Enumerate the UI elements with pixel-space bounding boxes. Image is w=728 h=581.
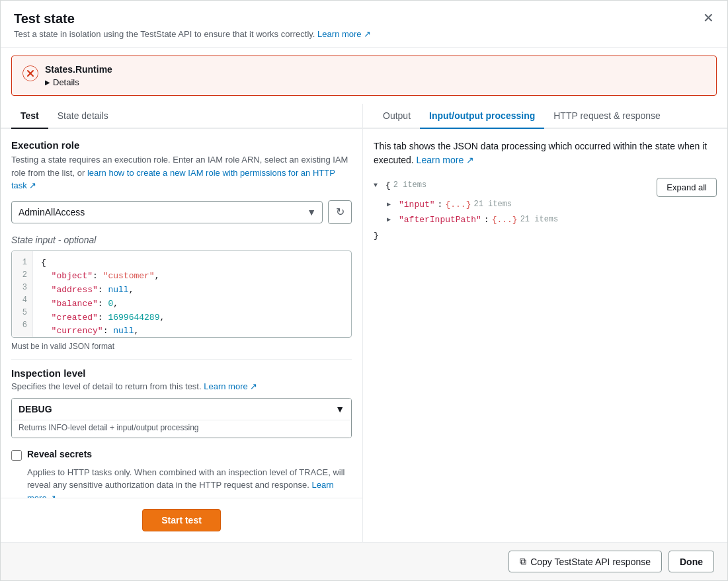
- tab-output[interactable]: Output: [374, 104, 420, 129]
- details-arrow-icon: ▶: [45, 79, 50, 86]
- error-title: States.Runtime: [45, 64, 112, 75]
- test-state-modal: Test state Test a state in isolation usi…: [0, 0, 728, 581]
- right-tabs: Output Input/output processing HTTP requ…: [363, 104, 727, 129]
- external-link-icon-5: ↗: [466, 155, 474, 165]
- code-line-3: "address": null,: [41, 284, 343, 297]
- right-panel-content: This tab shows the JSON data processing …: [363, 129, 727, 542]
- code-content: { "object": "customer", "address": null,…: [33, 251, 351, 337]
- external-link-icon: ↗: [364, 29, 371, 39]
- copy-icon: ⧉: [520, 556, 526, 567]
- root-toggle-icon[interactable]: ▼: [374, 180, 383, 192]
- error-banner: States.Runtime ▶ Details: [11, 56, 717, 96]
- refresh-button[interactable]: ↻: [328, 200, 352, 224]
- tab-test[interactable]: Test: [11, 104, 48, 129]
- external-link-icon-2: ↗: [29, 180, 36, 190]
- modal-subtitle: Test a state in isolation using the Test…: [14, 29, 371, 39]
- reveal-secrets-label: Reveal secrets: [27, 449, 92, 459]
- error-details-toggle[interactable]: ▶ Details: [45, 77, 112, 87]
- code-line-5: "created": 1699644289,: [41, 311, 343, 325]
- json-tree-root: ▼ { 2 items: [374, 178, 426, 193]
- json-tree-header: ▼ { 2 items Expand all: [374, 178, 717, 197]
- done-button[interactable]: Done: [668, 551, 714, 572]
- input-toggle-icon[interactable]: ▶: [387, 199, 396, 211]
- line-numbers: 1 2 3 4 5 6: [12, 251, 33, 337]
- expand-all-button[interactable]: Expand all: [657, 178, 717, 197]
- debug-select-top[interactable]: DEBUG ▼: [12, 399, 351, 420]
- reveal-secrets-row: Reveal secrets: [11, 449, 352, 461]
- tab-http-request-response[interactable]: HTTP request & response: [544, 104, 670, 129]
- role-select-wrapper: AdminAllAccess ▼: [11, 201, 323, 223]
- start-test-row: Start test: [1, 498, 362, 542]
- modal-header: Test state Test a state in isolation usi…: [1, 1, 727, 48]
- right-description: This tab shows the JSON data processing …: [374, 139, 717, 167]
- header-text: Test state Test a state in isolation usi…: [14, 11, 371, 39]
- tree-row-after-input-path: ▶ "afterInputPath" : {...} 21 items: [387, 212, 717, 227]
- modal-title: Test state: [14, 11, 371, 26]
- tree-row-input: ▶ "input" : {...} 21 items: [387, 197, 717, 212]
- left-panel: Test State details Execution role Testin…: [1, 104, 363, 542]
- section-divider: [11, 359, 352, 360]
- inspection-learn-more-link[interactable]: Learn more ↗: [204, 381, 257, 391]
- debug-select-bottom: Returns INFO-level detail + input/output…: [12, 420, 351, 438]
- valid-message: Must be in valid JSON format: [11, 342, 352, 351]
- tree-row-close: }: [374, 228, 717, 243]
- tree-row-root: ▼ { 2 items: [374, 178, 426, 193]
- external-link-icon-3: ↗: [250, 381, 257, 391]
- right-learn-more-link[interactable]: Learn more ↗: [417, 155, 474, 165]
- modal-footer: ⧉ Copy TestState API response Done: [1, 542, 727, 580]
- left-tabs: Test State details: [1, 104, 362, 129]
- external-link-icon-4: ↗: [49, 493, 56, 498]
- code-lines: 1 2 3 4 5 6 { "object": "customer", "add…: [12, 251, 351, 337]
- reveal-secrets-desc: Applies to HTTP tasks only. When combine…: [27, 466, 352, 498]
- json-tree-children: ▶ "input" : {...} 21 items ▶ "afterInput…: [387, 197, 717, 228]
- learn-more-link[interactable]: Learn more ↗: [317, 29, 371, 39]
- right-panel: Output Input/output processing HTTP requ…: [363, 104, 727, 542]
- state-input-label: State input - optional: [11, 235, 352, 245]
- close-button[interactable]: ✕: [703, 11, 714, 24]
- refresh-icon: ↻: [336, 206, 344, 218]
- debug-select-wrapper[interactable]: DEBUG ▼ Returns INFO-level detail + inpu…: [11, 398, 352, 438]
- left-panel-content: Execution role Testing a state requires …: [1, 129, 362, 498]
- code-line-1: {: [41, 256, 343, 270]
- debug-select-arrow-icon: ▼: [335, 404, 344, 414]
- modal-body: Test State details Execution role Testin…: [1, 104, 727, 542]
- code-editor[interactable]: 1 2 3 4 5 6 { "object": "customer", "add…: [11, 251, 352, 338]
- after-input-path-toggle-icon[interactable]: ▶: [387, 214, 396, 226]
- inspection-level-title: Inspection level: [11, 368, 352, 379]
- execution-role-title: Execution role: [11, 139, 352, 151]
- copy-teststate-button[interactable]: ⧉ Copy TestState API response: [508, 551, 662, 572]
- reveal-secrets-checkbox[interactable]: [11, 450, 22, 461]
- code-line-2: "object": "customer",: [41, 270, 343, 284]
- start-test-button[interactable]: Start test: [142, 509, 221, 531]
- tab-input-output-processing[interactable]: Input/output processing: [420, 104, 544, 129]
- role-row: AdminAllAccess ▼ ↻: [11, 200, 352, 224]
- error-icon: [22, 65, 38, 81]
- inspection-level-desc: Specifies the level of detail to return …: [11, 381, 352, 391]
- code-line-4: "balance": 0,: [41, 297, 343, 311]
- execution-role-desc: Testing a state requires an execution ro…: [11, 153, 352, 192]
- role-select[interactable]: AdminAllAccess: [11, 201, 323, 223]
- json-tree: ▼ { 2 items Expand all ▶ "input" :: [374, 178, 717, 243]
- code-line-6: "currency": null,: [41, 325, 343, 336]
- tab-state-details[interactable]: State details: [48, 104, 118, 129]
- error-content: States.Runtime ▶ Details: [45, 64, 112, 87]
